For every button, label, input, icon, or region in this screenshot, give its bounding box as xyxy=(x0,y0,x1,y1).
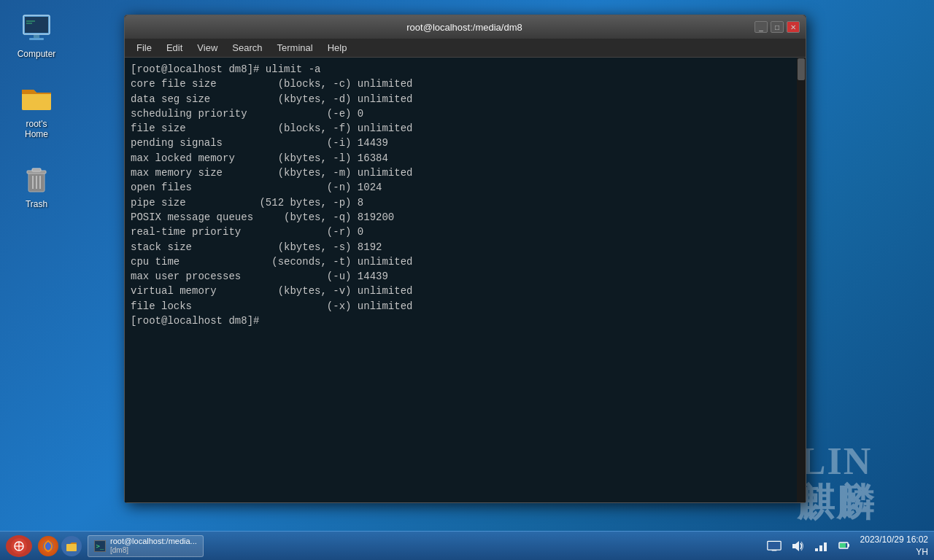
taskbar-app-icon: >_ xyxy=(94,540,106,552)
start-button-inner xyxy=(11,538,27,554)
taskbar-right: 2023/10/29 16:02 YH xyxy=(767,534,928,559)
svg-rect-25 xyxy=(848,544,849,547)
terminal-content-area[interactable]: [root@localhost dm8]# ulimit -a core fil… xyxy=(125,58,806,502)
terminal-scrollbar[interactable] xyxy=(797,58,806,502)
display-icon xyxy=(767,540,781,553)
taskbar-app-title: root@localhost:/media... xyxy=(110,537,197,546)
terminal-output: [root@localhost dm8]# ulimit -a core fil… xyxy=(131,62,800,328)
start-icon xyxy=(13,540,25,552)
filemanager-button[interactable] xyxy=(61,536,82,556)
trash-icon xyxy=(19,161,54,196)
menu-help[interactable]: Help xyxy=(322,41,353,55)
firefox-icon xyxy=(42,540,55,553)
taskbar-terminal-app[interactable]: >_ root@localhost:/media... [dm8] xyxy=(88,535,204,557)
terminal-window-controls: _ □ ✕ xyxy=(754,21,800,33)
taskbar: >_ root@localhost:/media... [dm8] xyxy=(0,531,934,560)
terminal-menu-bar: File Edit View Search Terminal Help xyxy=(125,39,806,58)
minimize-button[interactable]: _ xyxy=(754,21,768,33)
terminal-window: root@localhost:/media/dm8 _ □ ✕ File Edi… xyxy=(124,15,806,503)
scrollbar-thumb[interactable] xyxy=(798,58,805,80)
svg-rect-1 xyxy=(25,17,48,33)
sound-icon xyxy=(790,540,805,553)
menu-view[interactable]: View xyxy=(191,41,223,55)
svg-rect-22 xyxy=(819,545,822,551)
svg-rect-3 xyxy=(29,38,44,40)
desktop-icon-computer[interactable]: Computer xyxy=(7,7,66,63)
svg-rect-19 xyxy=(771,550,776,551)
power-icon xyxy=(837,540,852,553)
maximize-button[interactable]: □ xyxy=(771,21,784,33)
folder-icon xyxy=(19,81,54,116)
desktop-icons: Computer root'sHome Trash xyxy=(7,7,66,213)
svg-rect-26 xyxy=(840,543,846,548)
svg-rect-8 xyxy=(32,168,41,171)
close-button[interactable]: ✕ xyxy=(787,21,800,33)
taskbar-app-subtitle: [dm8] xyxy=(110,546,197,555)
svg-rect-23 xyxy=(824,542,827,551)
desktop: LIN 麒麟 Computer root'sHome xyxy=(0,0,934,560)
network-tray-icon[interactable] xyxy=(814,539,828,553)
quick-launch-bar xyxy=(38,536,82,556)
sound-tray-icon[interactable] xyxy=(790,539,805,553)
svg-rect-21 xyxy=(815,548,818,551)
clock-extra: YH xyxy=(860,546,928,559)
desktop-icon-trash[interactable]: Trash xyxy=(7,158,66,213)
power-tray-icon[interactable] xyxy=(837,539,852,553)
trash-icon-label: Trash xyxy=(26,199,47,209)
start-button[interactable] xyxy=(6,535,32,557)
menu-edit[interactable]: Edit xyxy=(161,41,188,55)
firefox-button[interactable] xyxy=(38,536,58,556)
display-tray-icon[interactable] xyxy=(767,539,781,553)
terminal-title: root@localhost:/media/dm8 xyxy=(174,22,754,33)
network-icon xyxy=(814,540,828,553)
taskbar-clock[interactable]: 2023/10/29 16:02 YH xyxy=(860,534,928,559)
terminal-title-bar: root@localhost:/media/dm8 _ □ ✕ xyxy=(125,15,806,39)
clock-datetime: 2023/10/29 16:02 xyxy=(860,534,928,546)
menu-search[interactable]: Search xyxy=(226,41,268,55)
svg-rect-16 xyxy=(66,544,77,551)
roots-home-icon-label: root'sHome xyxy=(25,119,48,139)
computer-icon-label: Computer xyxy=(18,49,56,59)
svg-rect-18 xyxy=(768,542,779,548)
menu-terminal[interactable]: Terminal xyxy=(271,41,319,55)
menu-file[interactable]: File xyxy=(131,41,158,55)
filemanager-icon xyxy=(65,540,78,553)
svg-marker-20 xyxy=(792,541,799,551)
watermark: LIN 麒麟 xyxy=(797,440,876,524)
computer-icon xyxy=(19,11,54,46)
desktop-icon-roots-home[interactable]: root'sHome xyxy=(7,77,66,143)
